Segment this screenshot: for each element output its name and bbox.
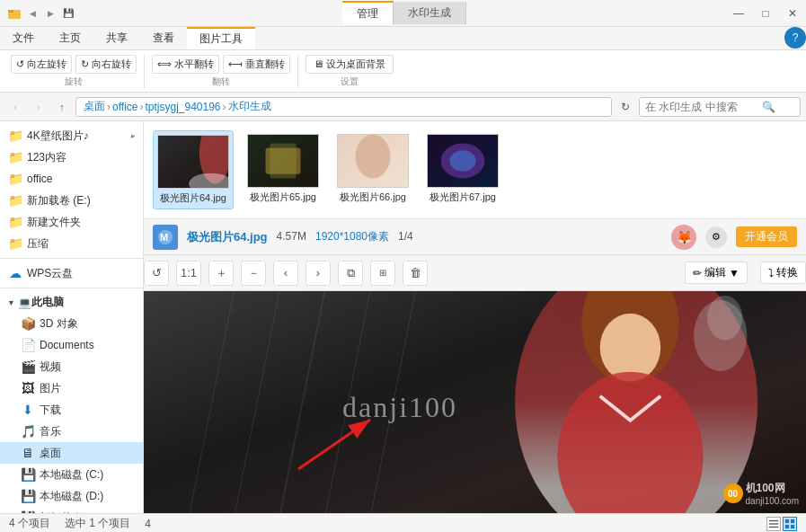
grid-view-btn[interactable] <box>783 517 797 531</box>
convert-button[interactable]: ⤵ 转换 <box>760 262 806 284</box>
prev-image-btn[interactable]: ‹ <box>273 261 298 286</box>
logo-url: danji100.com <box>746 496 799 506</box>
sidebar-item-desktop[interactable]: 🖥 桌面 <box>0 442 143 464</box>
sidebar-item-123content[interactable]: 📁 123内容 <box>0 146 143 168</box>
refresh-button[interactable]: ↻ <box>616 97 635 117</box>
edit-chevron: ▼ <box>729 267 740 279</box>
folder-icon: 📁 <box>7 192 23 208</box>
thumbnail-66 <box>337 134 409 188</box>
ribbon-commands: ↺ 向左旋转 ↻ 向右旋转 旋转 ⟺ 水平翻转 ⟻ 垂直翻转 翻转 🖥 设为桌面… <box>0 50 806 92</box>
thumbnail-67 <box>427 134 499 188</box>
sidebar-divider <box>0 258 143 259</box>
sidebar-item-office[interactable]: 📁 office <box>0 168 143 190</box>
titlebar-controls: — □ ✕ <box>725 0 806 27</box>
sidebar-item-newfolder[interactable]: 📁 新建文件夹 <box>0 211 143 233</box>
tab-home[interactable]: 主页 <box>47 27 93 49</box>
search-input[interactable] <box>645 101 762 113</box>
breadcrumb-office[interactable]: office <box>112 101 137 113</box>
svg-rect-34 <box>791 524 794 528</box>
preview-filename: 极光图片64.jpg <box>187 229 268 245</box>
paste-btn[interactable]: ⊞ <box>370 261 395 286</box>
addressbar: ‹ › ↑ 桌面 › office › tptjsygj_940196 › 水印… <box>0 93 806 121</box>
breadcrumb-watermark[interactable]: 水印生成 <box>228 99 271 114</box>
zoom-out-btn[interactable]: － <box>241 261 266 286</box>
sidebar-item-newvol-e2[interactable]: 💾 新加载卷 (E:) <box>0 507 143 513</box>
preview-area: M 极光图片64.jpg 4.57M 1920*1080像素 1/4 🦊 ⚙ 开… <box>144 219 806 513</box>
sidebar-item-wps-cloud[interactable]: ☁ WPS云盘 <box>0 262 143 284</box>
filename-67: 极光图片67.jpg <box>430 191 496 204</box>
download-icon: ⬇ <box>20 402 36 418</box>
flip-v-btn[interactable]: ⟻ 垂直翻转 <box>223 55 290 74</box>
back-button[interactable]: ‹ <box>5 97 25 117</box>
sidebar-item-videos[interactable]: 🎬 视频 <box>0 356 143 377</box>
fit-page-btn[interactable]: 1:1 <box>176 261 201 286</box>
logo-watermark: 00 机100网 danji100.com <box>723 481 799 506</box>
cloud-icon: ☁ <box>7 265 23 281</box>
tab-picture-tools[interactable]: 图片工具 <box>187 27 255 49</box>
search-icon[interactable]: 🔍 <box>762 101 775 113</box>
status-extra: 4 <box>145 518 151 530</box>
close-button[interactable]: ✕ <box>779 0 806 27</box>
file-item-64[interactable]: 极光图片64.jpg <box>153 130 234 209</box>
tab-manage[interactable]: 管理 <box>342 1 394 25</box>
sidebar-item-3d[interactable]: 📦 3D 对象 <box>0 313 143 334</box>
svg-rect-1 <box>8 10 13 13</box>
breadcrumb-folder[interactable]: tptjsygj_940196 <box>145 101 220 113</box>
edit-icon: ✏ <box>693 267 702 279</box>
folder-icon: 📁 <box>7 235 23 252</box>
tab-file[interactable]: 文件 <box>0 27 47 49</box>
vip-button[interactable]: 开通会员 <box>736 226 797 247</box>
tab-watermark[interactable]: 水印生成 <box>394 2 466 24</box>
help-button[interactable]: ? <box>784 27 806 49</box>
rotate-right-btn[interactable]: ↻ 向右旋转 <box>75 55 137 74</box>
logo-name: 机100网 <box>746 481 799 496</box>
sep1: › <box>107 101 111 113</box>
svg-rect-32 <box>791 519 794 522</box>
sidebar-item-music[interactable]: 🎵 音乐 <box>0 421 143 442</box>
file-grid: 极光图片64.jpg 极光图片65.jpg <box>144 121 806 219</box>
rotate-left-nav-btn[interactable]: ↺ <box>144 261 169 286</box>
tab-share[interactable]: 共享 <box>93 27 140 49</box>
sidebar-item-local-d[interactable]: 💾 本地磁盘 (D:) <box>0 485 143 507</box>
file-item-67[interactable]: 极光图片67.jpg <box>422 130 503 208</box>
zoom-in-btn[interactable]: ＋ <box>208 261 234 286</box>
titlebar-title: 管理 水印生成 <box>83 1 725 25</box>
file-item-65[interactable]: 极光图片65.jpg <box>243 130 323 208</box>
thumbnail-65 <box>247 134 319 188</box>
main-area: 📁 4K壁纸图片♪ ▸ 📁 123内容 📁 office 📁 新加载卷 (E:)… <box>0 121 806 513</box>
next-image-btn[interactable]: › <box>306 261 331 286</box>
sidebar-this-pc[interactable]: ▼ 💻 此电脑 <box>0 292 143 313</box>
file-item-66[interactable]: 极光图片66.jpg <box>332 130 413 208</box>
tab-view[interactable]: 查看 <box>140 27 187 49</box>
filename-65: 极光图片65.jpg <box>250 191 316 204</box>
settings-icon[interactable]: ⚙ <box>705 226 727 248</box>
sidebar-item-documents[interactable]: 📄 Documents <box>0 334 143 356</box>
copy-btn[interactable]: ⧉ <box>338 261 363 286</box>
titlebar-forward-icon: ▶ <box>43 6 58 21</box>
flip-h-btn[interactable]: ⟺ 水平翻转 <box>152 55 219 74</box>
delete-btn[interactable]: 🗑 <box>403 261 428 286</box>
up-button[interactable]: ↑ <box>52 97 72 117</box>
picture-icon: 🖼 <box>20 380 36 396</box>
address-path[interactable]: 桌面 › office › tptjsygj_940196 › 水印生成 <box>75 97 612 117</box>
breadcrumb-desktop[interactable]: 桌面 <box>84 99 105 114</box>
sidebar-item-local-c[interactable]: 💾 本地磁盘 (C:) <box>0 464 143 485</box>
edit-button[interactable]: ✏ 编辑 ▼ <box>685 262 748 284</box>
disk-icon: 💾 <box>20 510 36 513</box>
folder-icon: 📁 <box>7 149 23 165</box>
sep2: › <box>139 101 143 113</box>
minimize-button[interactable]: — <box>725 0 752 27</box>
rotate-left-btn[interactable]: ↺ 向左旋转 <box>11 55 72 74</box>
set-wallpaper-btn[interactable]: 🖥 设为桌面背景 <box>306 55 394 74</box>
disk-icon: 💾 <box>20 466 36 483</box>
sidebar-item-wallpaper[interactable]: 📁 4K壁纸图片♪ ▸ <box>0 125 143 146</box>
sidebar-item-pictures[interactable]: 🖼 图片 <box>0 377 143 399</box>
sidebar-item-compress[interactable]: 📁 压缩 <box>0 233 143 254</box>
forward-button[interactable]: › <box>29 97 49 117</box>
doc-icon: 📄 <box>20 337 36 353</box>
svg-line-15 <box>189 291 234 513</box>
sidebar-item-newvol-e[interactable]: 📁 新加载卷 (E:) <box>0 190 143 211</box>
list-view-btn[interactable] <box>766 517 781 531</box>
maximize-button[interactable]: □ <box>752 0 779 27</box>
sidebar-item-downloads[interactable]: ⬇ 下载 <box>0 399 143 421</box>
